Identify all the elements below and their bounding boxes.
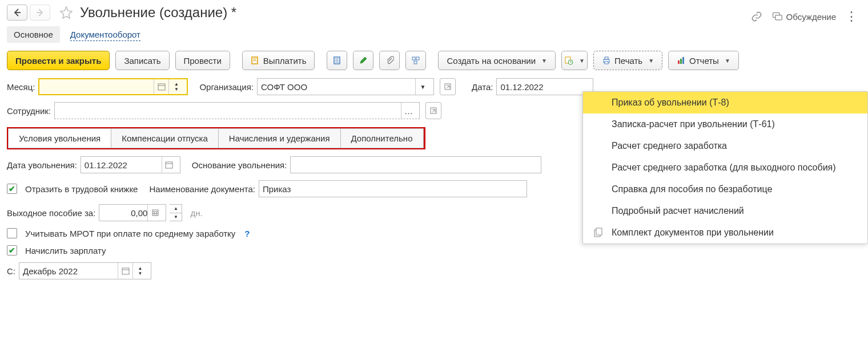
svg-rect-20 [680,59,682,64]
toolbar-icon-clock[interactable]: ▼ [561,51,588,70]
toolbar-icon-doc[interactable] [327,51,347,70]
svg-rect-28 [166,162,172,168]
print-menu-item-docset-label: Комплект документов при увольнении [612,228,774,237]
docname-input[interactable]: Приказ [259,180,527,197]
print-menu-item-detailed[interactable]: Подробный расчет начислений [583,200,867,222]
employee-open-button[interactable] [425,102,441,119]
print-button[interactable]: Печать▼ [593,51,662,70]
svg-rect-38 [596,228,602,235]
page-title: Увольнение (создание) * [80,5,236,21]
svg-rect-18 [605,62,608,64]
svg-rect-3 [775,15,782,20]
tab-compensations[interactable]: Компенсации отпуска [111,128,219,148]
mrot-checkbox[interactable] [7,228,17,238]
toolbar-icon-attach[interactable] [379,51,400,70]
accrue-checkbox[interactable] [7,245,17,255]
month-spinner[interactable]: ▲▼ [168,79,183,94]
forward-button[interactable] [30,5,50,21]
calendar-icon[interactable] [154,79,168,94]
tabs-highlight: Условия увольнения Компенсации отпуска Н… [7,127,425,149]
dismissal-date-value[interactable]: 01.12.2022 [85,160,162,170]
employee-label: Сотрудник: [7,106,51,116]
dismissal-date-label: Дата увольнения: [7,160,77,170]
chevron-down-icon: ▼ [541,58,547,64]
print-menu-item-t61[interactable]: Записка-расчет при увольнении (Т-61) [583,113,867,135]
dismissal-date-input[interactable]: 01.12.2022 [81,156,180,173]
tab-conditions[interactable]: Условия увольнения [8,128,111,148]
workbook-checkbox[interactable] [7,184,17,194]
calendar-icon[interactable] [118,263,132,279]
chevron-down-icon: ▼ [579,58,585,64]
org-value[interactable]: СОФТ ООО [261,82,415,92]
employee-input[interactable]: … [54,102,420,119]
svg-rect-21 [682,57,684,64]
org-input[interactable]: СОФТ ООО ▼ [257,78,434,95]
print-menu-item-avg[interactable]: Расчет среднего заработка [583,135,867,157]
severance-unit: дн. [190,208,202,218]
nav-docflow[interactable]: Документооборот [70,29,140,41]
svg-rect-17 [605,57,608,59]
svg-rect-13 [414,61,417,64]
print-menu-item-avg-severance[interactable]: Расчет среднего заработка (для выходного… [583,157,867,178]
back-button[interactable] [7,5,27,21]
post-button[interactable]: Провести [175,51,230,70]
toolbar-icon-structure[interactable] [405,51,426,70]
severance-value[interactable]: 0,00 [103,208,147,218]
month-label: Месяц: [7,82,35,92]
docname-label: Наименование документа: [149,184,255,194]
more-menu-icon[interactable]: ⋮ [845,9,858,24]
from-value[interactable]: Декабрь 2022 [23,266,118,276]
accrue-label: Начислить зарплату [25,246,106,255]
chevron-down-icon: ▼ [725,58,730,64]
chevron-down-icon[interactable]: ▼ [415,79,430,95]
favorite-star-icon[interactable] [58,5,74,21]
date-value[interactable]: 01.12.2022 [500,82,543,92]
svg-rect-22 [158,84,165,90]
employee-ellipsis-icon[interactable]: … [401,103,416,119]
tab-accruals[interactable]: Начисления и удержания [218,128,341,148]
chevron-down-icon: ▼ [648,58,654,64]
reports-button[interactable]: Отчеты▼ [668,51,739,70]
svg-rect-12 [416,57,419,60]
reports-label: Отчеты [689,56,719,66]
pay-button[interactable]: Выплатить [242,51,315,70]
print-label: Печать [614,56,642,66]
svg-line-25 [447,86,449,88]
org-open-button[interactable] [440,78,456,95]
calendar-icon[interactable] [162,157,176,173]
help-icon[interactable]: ? [244,229,250,238]
create-based-label: Создать на основании [447,56,536,66]
svg-line-27 [432,109,435,112]
workbook-label: Отразить в трудовой книжке [25,184,138,194]
pay-label: Выплатить [263,56,307,66]
from-input[interactable]: Декабрь 2022 ▲▼ [19,262,151,279]
date-input[interactable]: 01.12.2022 [496,78,593,95]
month-input[interactable]: ▲▼ [38,78,188,95]
toolbar-icon-edit[interactable] [353,51,373,70]
severance-input[interactable]: 0,00 [99,204,166,221]
discuss-label: Обсуждение [786,12,836,22]
tab-additional[interactable]: Дополнительно [340,128,424,148]
from-spinner[interactable]: ▲▼ [132,263,147,279]
basis-input[interactable] [290,156,541,173]
print-menu-item-docset[interactable]: Комплект документов при увольнении [583,222,867,244]
calculator-icon[interactable] [147,205,162,221]
print-menu-item-t8[interactable]: Приказ об увольнении (Т-8) [583,92,867,113]
create-based-button[interactable]: Создать на основании▼ [438,51,556,70]
date-label: Дата: [472,82,493,92]
print-menu: Приказ об увольнении (Т-8) Записка-расче… [582,91,868,244]
nav-main[interactable]: Основное [7,26,60,43]
mrot-label: Учитывать МРОТ при оплате по среднему за… [25,229,235,238]
org-label: Организация: [199,82,254,92]
post-and-close-button[interactable]: Провести и закрыть [7,51,110,70]
link-icon[interactable] [751,11,762,22]
discuss-button[interactable]: Обсуждение [771,11,836,22]
docset-icon [593,228,604,238]
from-label: С: [7,266,15,276]
severance-label: Выходное пособие за: [7,208,95,218]
basis-label: Основание увольнения: [192,160,287,170]
print-menu-item-unemployment[interactable]: Справка для пособия по безработице [583,178,867,200]
severance-spinner[interactable]: ▲▼ [170,204,182,221]
save-button[interactable]: Записать [115,51,169,70]
svg-rect-35 [122,268,129,274]
